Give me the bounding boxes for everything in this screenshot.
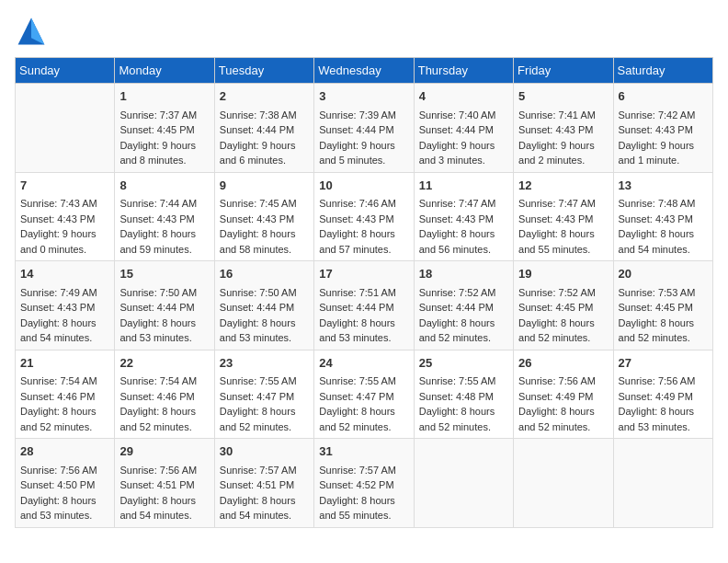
day-info: and 54 minutes.: [619, 242, 708, 258]
day-info: and 53 minutes.: [220, 330, 309, 346]
logo-icon: [15, 15, 48, 48]
day-number: 3: [319, 87, 408, 106]
day-info: and 52 minutes.: [419, 419, 508, 435]
day-number: 26: [518, 354, 608, 373]
calendar-cell: 24Sunrise: 7:55 AMSunset: 4:47 PMDayligh…: [314, 350, 414, 439]
calendar-table: SundayMondayTuesdayWednesdayThursdayFrid…: [15, 57, 713, 528]
day-info: and 53 minutes.: [119, 330, 209, 346]
day-info: Sunrise: 7:49 AM: [20, 285, 109, 301]
calendar-cell: 18Sunrise: 7:52 AMSunset: 4:44 PMDayligh…: [414, 261, 513, 350]
day-info: and 5 minutes.: [319, 153, 408, 168]
day-info: Sunrise: 7:41 AM: [518, 108, 608, 123]
day-number: 19: [518, 265, 608, 283]
day-info: Sunset: 4:43 PM: [518, 212, 608, 227]
day-info: and 0 minutes.: [20, 242, 109, 258]
day-info: Sunrise: 7:50 AM: [220, 285, 309, 301]
calendar-cell: [16, 84, 115, 173]
day-info: and 54 minutes.: [20, 330, 109, 346]
logo: [15, 15, 51, 48]
day-info: Sunrise: 7:52 AM: [518, 285, 608, 301]
day-info: and 54 minutes.: [119, 508, 209, 523]
day-info: Daylight: 8 hours: [20, 404, 109, 419]
day-info: Sunset: 4:45 PM: [119, 122, 209, 138]
day-info: Daylight: 8 hours: [518, 404, 608, 419]
day-info: Sunrise: 7:37 AM: [119, 108, 209, 123]
day-info: Daylight: 8 hours: [119, 493, 209, 509]
day-info: Sunrise: 7:56 AM: [119, 463, 209, 478]
day-number: 24: [319, 354, 408, 373]
day-info: and 8 minutes.: [119, 153, 209, 168]
day-info: and 6 minutes.: [220, 153, 309, 168]
day-info: Sunrise: 7:55 AM: [419, 373, 508, 389]
day-number: 4: [419, 87, 508, 106]
day-info: Sunrise: 7:56 AM: [20, 463, 109, 478]
day-info: Sunset: 4:44 PM: [319, 300, 408, 316]
day-info: Sunrise: 7:40 AM: [419, 108, 508, 123]
day-info: and 52 minutes.: [20, 419, 109, 435]
day-info: Sunset: 4:46 PM: [20, 389, 109, 405]
calendar-week-2: 7Sunrise: 7:43 AMSunset: 4:43 PMDaylight…: [16, 172, 713, 261]
day-info: Sunset: 4:47 PM: [319, 389, 408, 405]
day-info: and 53 minutes.: [619, 419, 708, 435]
day-number: 13: [619, 177, 708, 195]
day-info: and 2 minutes.: [518, 153, 608, 168]
day-info: Daylight: 8 hours: [518, 226, 608, 242]
calendar-cell: 19Sunrise: 7:52 AMSunset: 4:45 PMDayligh…: [514, 261, 613, 350]
day-number: 7: [20, 177, 109, 195]
day-info: Daylight: 8 hours: [220, 316, 309, 331]
day-info: Sunrise: 7:39 AM: [319, 108, 408, 123]
day-info: Sunset: 4:46 PM: [119, 389, 209, 405]
day-info: Daylight: 8 hours: [419, 404, 508, 419]
day-number: 23: [220, 354, 309, 373]
calendar-cell: 4Sunrise: 7:40 AMSunset: 4:44 PMDaylight…: [414, 84, 513, 173]
day-info: Daylight: 8 hours: [220, 493, 309, 509]
day-number: 6: [619, 87, 708, 106]
day-info: Sunset: 4:44 PM: [220, 122, 309, 138]
day-info: Daylight: 8 hours: [619, 226, 708, 242]
day-info: Daylight: 8 hours: [518, 316, 608, 331]
day-info: Daylight: 8 hours: [619, 404, 708, 419]
day-number: 1: [119, 87, 209, 106]
day-info: Daylight: 8 hours: [319, 404, 408, 419]
day-number: 20: [619, 265, 708, 283]
calendar-cell: 25Sunrise: 7:55 AMSunset: 4:48 PMDayligh…: [414, 350, 513, 439]
day-info: Sunset: 4:47 PM: [220, 389, 309, 405]
day-number: 18: [419, 265, 508, 283]
day-info: Daylight: 8 hours: [419, 316, 508, 331]
calendar-cell: 2Sunrise: 7:38 AMSunset: 4:44 PMDaylight…: [214, 84, 313, 173]
day-info: Daylight: 8 hours: [419, 226, 508, 242]
day-info: and 52 minutes.: [619, 330, 708, 346]
header-day-wednesday: Wednesday: [314, 58, 414, 84]
day-number: 8: [119, 177, 209, 195]
day-info: Sunrise: 7:42 AM: [619, 108, 708, 123]
day-number: 28: [20, 442, 109, 461]
calendar-cell: 20Sunrise: 7:53 AMSunset: 4:45 PMDayligh…: [613, 261, 712, 350]
day-info: Sunset: 4:51 PM: [119, 477, 209, 493]
calendar-cell: 10Sunrise: 7:46 AMSunset: 4:43 PMDayligh…: [314, 172, 414, 261]
day-info: Sunset: 4:51 PM: [220, 477, 309, 493]
day-info: Sunrise: 7:47 AM: [518, 196, 608, 212]
calendar-cell: 16Sunrise: 7:50 AMSunset: 4:44 PMDayligh…: [214, 261, 313, 350]
day-info: Daylight: 8 hours: [20, 316, 109, 331]
calendar-cell: 7Sunrise: 7:43 AMSunset: 4:43 PMDaylight…: [16, 172, 115, 261]
day-info: and 53 minutes.: [20, 508, 109, 523]
day-number: 15: [119, 265, 209, 283]
day-number: 14: [20, 265, 109, 283]
day-info: Sunrise: 7:43 AM: [20, 196, 109, 212]
day-info: Sunset: 4:44 PM: [419, 300, 508, 316]
calendar-cell: 22Sunrise: 7:54 AMSunset: 4:46 PMDayligh…: [115, 350, 214, 439]
day-info: Daylight: 9 hours: [20, 226, 109, 242]
day-info: Sunrise: 7:47 AM: [419, 196, 508, 212]
day-info: and 57 minutes.: [319, 242, 408, 258]
header-day-tuesday: Tuesday: [214, 58, 313, 84]
day-info: Sunrise: 7:38 AM: [220, 108, 309, 123]
calendar-body: 1Sunrise: 7:37 AMSunset: 4:45 PMDaylight…: [16, 84, 713, 528]
day-info: and 55 minutes.: [518, 242, 608, 258]
day-info: Sunset: 4:43 PM: [619, 212, 708, 227]
calendar-cell: 3Sunrise: 7:39 AMSunset: 4:44 PMDaylight…: [314, 84, 414, 173]
day-info: Sunset: 4:50 PM: [20, 477, 109, 493]
day-info: Daylight: 9 hours: [119, 138, 209, 154]
calendar-cell: 14Sunrise: 7:49 AMSunset: 4:43 PMDayligh…: [16, 261, 115, 350]
day-info: Sunrise: 7:57 AM: [220, 463, 309, 478]
day-info: Sunrise: 7:53 AM: [619, 285, 708, 301]
